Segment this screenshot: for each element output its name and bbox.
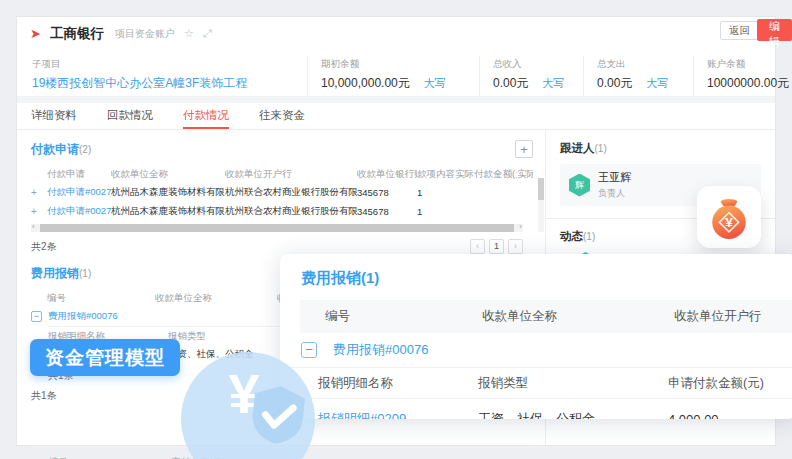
- payment-content: 1: [417, 206, 455, 217]
- activity-title: 动态: [560, 230, 583, 242]
- payee-name: 杭州品木森鹿装饰材料有限公司: [111, 186, 225, 199]
- col-payee-name: 收款单位全称: [111, 168, 225, 181]
- col-number: 编号: [47, 292, 155, 305]
- field-value: 10000000.00元: [707, 75, 760, 92]
- expense-count: (1): [79, 268, 91, 279]
- money-bag-card[interactable]: ¥: [697, 186, 761, 248]
- col-payee-name: 收款单位全称: [482, 308, 674, 325]
- followers-title: 跟进人: [560, 142, 595, 154]
- activity-count: (1): [583, 231, 595, 242]
- current-page[interactable]: 1: [489, 239, 504, 254]
- bank-logo-icon: ➤: [30, 26, 41, 41]
- col-apply-amount: 申请付款金额(元): [668, 375, 764, 392]
- col-expense-type: 报销类型: [168, 330, 288, 343]
- field-label: 账户余额: [707, 58, 760, 71]
- field-label: 总支出: [597, 58, 680, 71]
- payment-section-header: 付款申请(2) +: [31, 140, 533, 158]
- field-value: 0.00元: [493, 76, 528, 90]
- add-payment-button[interactable]: +: [515, 140, 533, 158]
- detail-id-link[interactable]: 报销明细#0209: [318, 410, 478, 419]
- field-label: 期初余额: [321, 58, 466, 71]
- payee-name: 杭州品木森鹿装饰材料有限公司: [111, 205, 225, 218]
- back-button[interactable]: 返回: [720, 21, 759, 40]
- overlay-table-header: 编号 收款单位全称 收款单位开户行: [300, 300, 792, 333]
- payment-total-count: 共2条: [31, 240, 57, 254]
- tab-current-funds[interactable]: 往来资金: [259, 103, 305, 129]
- row-expand-icon[interactable]: +: [31, 206, 47, 217]
- summary-bar: 子项目 19楼西投创智中心办公室A幢3F装饰工程 期初余额 10,000,000…: [17, 50, 775, 96]
- bank-account: 345678: [357, 206, 417, 217]
- scroll-right-icon[interactable]: ›: [519, 222, 522, 231]
- expense-type: 工资、社保、公积金: [478, 410, 668, 419]
- summary-total-expense: 总支出 0.00元大写: [583, 56, 693, 96]
- page-subtitle: 项目资金账户: [115, 27, 175, 41]
- payee-bank: 杭州联合农村商业银行股份有限公司半山支行: [225, 205, 357, 218]
- shield-check-watermark-icon: [246, 381, 310, 449]
- expense-id-link[interactable]: 费用报销#00076: [333, 341, 428, 359]
- horizontal-scrollbar[interactable]: ‹ ›: [31, 224, 523, 232]
- field-label: 子项目: [32, 58, 294, 71]
- panel-header: ➤ 工商银行 项目资金账户 ☆ ⤢: [17, 17, 775, 50]
- payment-row: + 付款申请#00274 杭州品木森鹿装饰材料有限公司 杭州联合农村商业银行股份…: [31, 183, 533, 202]
- row-expand-icon[interactable]: +: [31, 187, 47, 198]
- row-collapse-icon[interactable]: −: [31, 311, 42, 322]
- overlay-title: 费用报销: [301, 269, 361, 286]
- vertical-scrollbar[interactable]: [538, 178, 544, 232]
- payment-section-title: 付款申请: [31, 142, 79, 156]
- apply-amount: 4,000.00: [668, 412, 719, 420]
- field-label: 总收入: [493, 58, 570, 71]
- col-payee-bank: 收款单位开户行: [225, 168, 357, 181]
- expand-window-icon[interactable]: ⤢: [203, 27, 212, 40]
- scroll-left-icon[interactable]: ‹: [32, 222, 35, 231]
- overlay-detail-row: 报销明细#0209 工资、社保、公积金 4,000.00: [280, 399, 792, 419]
- expense-section-title: 费用报销: [31, 266, 79, 280]
- follower-name: 王亚辉: [598, 170, 631, 185]
- col-actual-amount: 实际付款金额(元): [455, 168, 517, 181]
- payment-id-link[interactable]: 付款申请#00274: [47, 186, 111, 199]
- summary-opening-balance: 期初余额 10,000,000.00元大写: [307, 56, 479, 96]
- summary-account-balance: 账户余额 10000000.00元: [693, 56, 773, 96]
- payment-row: + 付款申请#00272 杭州品木森鹿装饰材料有限公司 杭州联合农村商业银行股份…: [31, 202, 533, 221]
- overlay-count: (1): [361, 269, 379, 286]
- uppercase-link[interactable]: 大写: [424, 77, 446, 89]
- edit-button[interactable]: 编辑: [757, 19, 792, 41]
- svg-text:¥: ¥: [725, 215, 733, 230]
- summary-subproject: 子项目 19楼西投创智中心办公室A幢3F装饰工程: [19, 56, 307, 96]
- overlay-expense-row: − 费用报销#00076: [280, 333, 792, 368]
- prev-page-button[interactable]: ‹: [470, 239, 485, 254]
- col-payee-bank: 收款单位开户行: [674, 308, 762, 325]
- expense-id-link[interactable]: 费用报销#00076: [48, 310, 118, 323]
- followers-count: (1): [595, 143, 607, 154]
- col-payment-request: 付款申请: [47, 168, 111, 181]
- tab-bar: 详细资料 回款情况 付款情况 往来资金: [17, 103, 775, 130]
- tab-details[interactable]: 详细资料: [31, 103, 77, 129]
- money-bag-icon: ¥: [706, 194, 752, 240]
- page-title: 工商银行: [50, 25, 104, 43]
- payment-content: 1: [417, 187, 455, 198]
- col-expense-type: 报销类型: [478, 375, 668, 392]
- favorite-star-icon[interactable]: ☆: [184, 27, 194, 40]
- col-payment-content: 款项内容: [417, 168, 455, 181]
- col-detail-name: 报销明细名称: [318, 375, 478, 392]
- col-number: 编号: [300, 308, 482, 325]
- tab-collections[interactable]: 回款情况: [107, 103, 153, 129]
- tab-payments[interactable]: 付款情况: [183, 103, 229, 129]
- avatar: 辉: [569, 174, 590, 197]
- scrollbar-thumb[interactable]: [40, 224, 514, 232]
- bank-account: 345678: [357, 187, 417, 198]
- section-separator: [17, 96, 775, 103]
- model-badge: 资金管理模型: [30, 339, 180, 376]
- expense-overlay-card: 费用报销(1) 编号 收款单位全称 收款单位开户行 − 费用报销#00076 报…: [280, 254, 792, 419]
- uppercase-link[interactable]: 大写: [542, 77, 564, 89]
- uppercase-link[interactable]: 大写: [646, 77, 668, 89]
- payment-table-footer: 共2条 ‹ 1 ›: [31, 239, 523, 254]
- subproject-link[interactable]: 19楼西投创智中心办公室A幢3F装饰工程: [32, 75, 294, 92]
- next-page-button[interactable]: ›: [508, 239, 523, 254]
- follower-role: 负责人: [598, 187, 631, 200]
- overlay-subtable-header: 报销明细名称 报销类型 申请付款金额(元): [280, 368, 792, 399]
- payment-id-link[interactable]: 付款申请#00272: [47, 205, 111, 218]
- payment-table-header: 付款申请 收款单位全称 收款单位开户行 收款单位银行账号 款项内容 实际付款金额…: [31, 165, 533, 183]
- col-actual-date: 实际付款日期: [517, 168, 533, 181]
- payment-count: (2): [79, 144, 91, 155]
- col-payee-name: 收款单位全称: [155, 292, 277, 305]
